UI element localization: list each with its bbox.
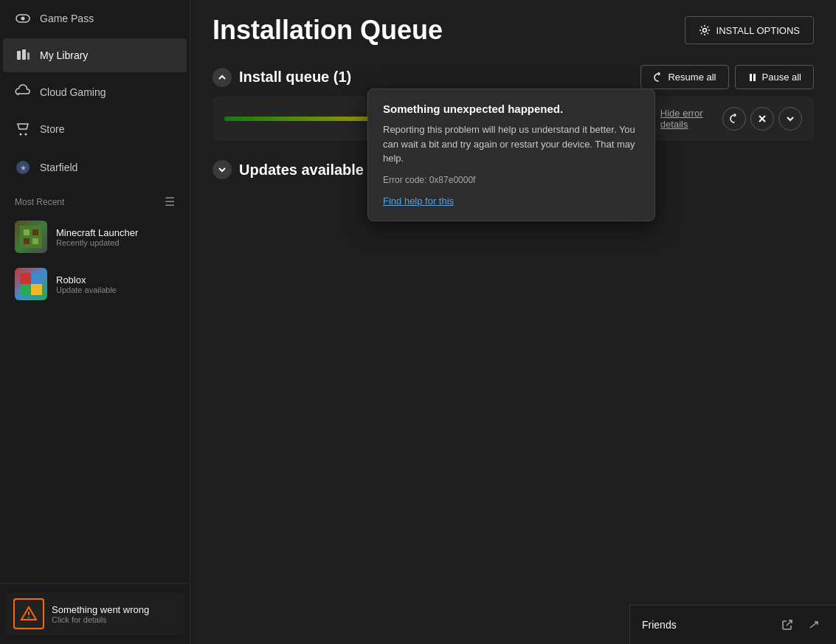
page-title: Installation Queue bbox=[213, 15, 443, 46]
svg-rect-4 bbox=[27, 52, 30, 60]
collapse-updates-button[interactable] bbox=[213, 160, 232, 179]
svg-point-1 bbox=[21, 17, 25, 21]
most-recent-label: Most Recent bbox=[15, 197, 64, 207]
sidebar-item-cloud-gaming-label: Cloud Gaming bbox=[40, 86, 106, 98]
friends-bar: Friends bbox=[629, 605, 836, 644]
svg-rect-11 bbox=[32, 229, 38, 235]
more-options-button[interactable] bbox=[778, 107, 802, 131]
error-popup-body: Reporting this problem will help us unde… bbox=[383, 122, 640, 166]
pause-all-button[interactable]: Pause all bbox=[735, 65, 814, 89]
error-popup: Something unexpected happened. Reporting… bbox=[367, 89, 655, 221]
starfield-label: Starfield bbox=[40, 162, 77, 173]
svg-point-6 bbox=[25, 134, 27, 136]
main-content: Installation Queue INSTALL OPTIONS Insta… bbox=[190, 0, 836, 644]
svg-rect-15 bbox=[31, 273, 42, 284]
roblox-status: Update available bbox=[56, 285, 117, 294]
most-recent-section: Most Recent ☰ bbox=[0, 186, 190, 213]
minecraft-status: Recently updated bbox=[56, 238, 138, 247]
hide-error-link[interactable]: Hide error details bbox=[660, 108, 714, 130]
svg-rect-23 bbox=[753, 74, 756, 81]
section-menu-icon[interactable]: ☰ bbox=[165, 195, 175, 209]
sidebar-item-my-library-label: My Library bbox=[40, 49, 88, 61]
friends-external-link-button[interactable] bbox=[777, 614, 798, 635]
roblox-name: Roblox bbox=[56, 274, 117, 285]
friends-minimize-button[interactable] bbox=[804, 614, 824, 635]
gear-icon bbox=[699, 24, 711, 36]
svg-rect-17 bbox=[31, 284, 42, 295]
sidebar-item-game-pass[interactable]: Game Pass bbox=[3, 1, 187, 35]
error-text: Something went wrong Click for details bbox=[52, 604, 149, 624]
find-help-link[interactable]: Find help for this bbox=[383, 195, 454, 207]
error-bar[interactable]: Something went wrong Click for details bbox=[6, 592, 184, 635]
install-queue-title: Install queue (1) bbox=[239, 69, 351, 86]
svg-point-21 bbox=[702, 29, 706, 32]
sidebar-item-store[interactable]: Store bbox=[3, 112, 187, 146]
friends-label: Friends bbox=[642, 619, 677, 631]
chevron-down-icon2 bbox=[218, 165, 227, 174]
sidebar-item-starfield[interactable]: ★ Starfield bbox=[3, 150, 187, 184]
updates-title: Updates available (1) bbox=[239, 162, 386, 179]
friends-icons bbox=[777, 614, 824, 635]
svg-rect-9 bbox=[20, 226, 42, 248]
error-popup-title: Something unexpected happened. bbox=[383, 103, 640, 115]
sidebar-item-cloud-gaming[interactable]: Cloud Gaming bbox=[3, 75, 187, 109]
minecraft-thumbnail bbox=[15, 221, 47, 253]
chevron-down-icon bbox=[786, 114, 795, 123]
pause-icon bbox=[747, 72, 758, 83]
store-icon bbox=[15, 121, 31, 137]
refresh-button[interactable] bbox=[722, 107, 746, 131]
error-bar-subtitle: Click for details bbox=[52, 615, 149, 624]
cloud-icon bbox=[15, 84, 31, 100]
sidebar: Game Pass My Library Cloud Gaming bbox=[0, 0, 190, 644]
error-bar-icon bbox=[13, 598, 44, 629]
svg-line-27 bbox=[810, 622, 818, 628]
svg-rect-2 bbox=[17, 51, 21, 60]
refresh-icon bbox=[729, 114, 739, 124]
resume-all-button[interactable]: Resume all bbox=[640, 65, 728, 89]
resume-icon bbox=[653, 72, 663, 83]
sidebar-bottom: Something went wrong Click for details bbox=[0, 583, 190, 644]
svg-rect-22 bbox=[750, 74, 752, 81]
chevron-up-icon bbox=[218, 73, 227, 82]
gamepass-icon bbox=[15, 10, 31, 27]
external-link-icon bbox=[781, 619, 793, 631]
sidebar-item-store-label: Store bbox=[40, 123, 64, 135]
cancel-button[interactable] bbox=[750, 107, 774, 131]
svg-rect-16 bbox=[20, 284, 31, 295]
main-header: Installation Queue INSTALL OPTIONS bbox=[190, 0, 836, 58]
install-options-button[interactable]: INSTALL OPTIONS bbox=[685, 16, 814, 44]
starfield-icon: ★ bbox=[15, 159, 31, 176]
sidebar-item-game-pass-label: Game Pass bbox=[40, 13, 94, 24]
minus-icon bbox=[808, 619, 820, 631]
svg-rect-12 bbox=[24, 238, 30, 244]
roblox-thumbnail bbox=[15, 268, 47, 300]
svg-text:★: ★ bbox=[20, 164, 27, 172]
error-bar-title: Something went wrong bbox=[52, 604, 149, 615]
install-options-label: INSTALL OPTIONS bbox=[716, 25, 800, 36]
sidebar-item-my-library[interactable]: My Library bbox=[3, 38, 187, 72]
collapse-install-queue-button[interactable] bbox=[213, 68, 232, 87]
queue-item-actions bbox=[722, 107, 802, 131]
svg-rect-3 bbox=[22, 49, 26, 60]
sidebar-item-roblox[interactable]: Roblox Update available bbox=[3, 262, 187, 306]
queue-actions: Resume all Pause all bbox=[640, 65, 814, 89]
pause-all-label: Pause all bbox=[762, 72, 801, 83]
minecraft-info: Minecraft Launcher Recently updated bbox=[56, 227, 138, 247]
roblox-info: Roblox Update available bbox=[56, 274, 117, 294]
close-icon bbox=[758, 114, 767, 123]
sidebar-item-minecraft[interactable]: Minecraft Launcher Recently updated bbox=[3, 215, 187, 259]
minecraft-name: Minecraft Launcher bbox=[56, 227, 138, 238]
svg-point-5 bbox=[20, 134, 22, 136]
library-icon bbox=[15, 47, 31, 63]
svg-point-20 bbox=[28, 617, 30, 618]
svg-rect-13 bbox=[32, 238, 38, 244]
svg-rect-10 bbox=[24, 229, 30, 235]
error-code: Error code: 0x87e0000f bbox=[383, 175, 640, 185]
svg-rect-14 bbox=[20, 273, 31, 284]
resume-all-label: Resume all bbox=[668, 72, 716, 83]
svg-line-26 bbox=[787, 620, 792, 626]
